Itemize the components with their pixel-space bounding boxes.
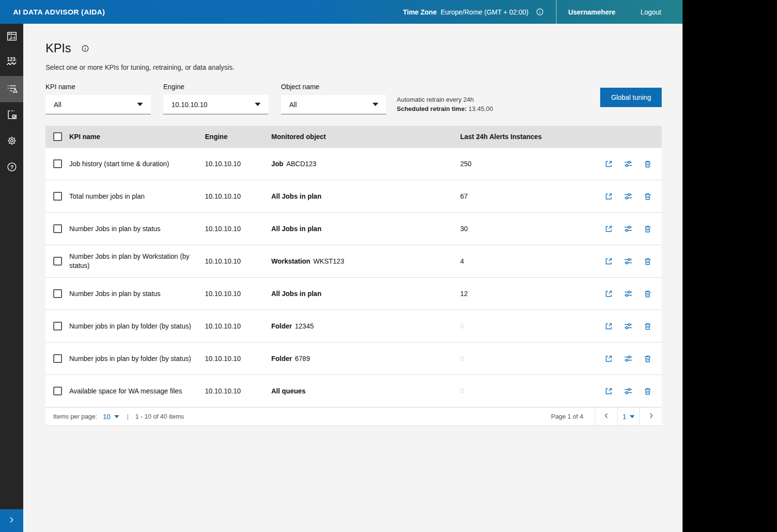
- page-number-select[interactable]: 1: [617, 407, 639, 426]
- global-tuning-button[interactable]: Global tuning: [600, 88, 662, 107]
- items-per-page-value: 10: [103, 413, 110, 421]
- chevron-left-icon: [603, 412, 610, 421]
- engine-cell: 10.10.10.10: [205, 290, 271, 297]
- column-header-engine: Engine: [205, 133, 271, 141]
- delete-trash-icon[interactable]: [644, 225, 652, 233]
- row-checkbox[interactable]: [53, 354, 62, 363]
- row-checkbox[interactable]: [53, 289, 62, 298]
- alerts-count-cell: 67: [460, 192, 606, 200]
- engine-cell: 10.10.10.10: [205, 322, 271, 330]
- table-row: Number Jobs in plan by status 10.10.10.1…: [46, 212, 662, 245]
- page-of-text: Page 1 of 4: [551, 413, 595, 420]
- chevron-right-icon: [7, 515, 16, 527]
- kpi-table: KPI name Engine Monitored object Last 24…: [46, 126, 662, 407]
- dashboard-icon: [6, 30, 18, 44]
- chevron-right-icon: [647, 412, 655, 421]
- table-row: Number Jobs in plan by status 10.10.10.1…: [46, 277, 662, 310]
- retrain-line1: Automatic retrain every 24h: [397, 95, 493, 104]
- sidebar-item-kpis[interactable]: [0, 76, 23, 102]
- delete-trash-icon[interactable]: [644, 322, 652, 330]
- open-in-new-icon[interactable]: [605, 387, 613, 395]
- app-window: AI DATA ADVISOR (AIDA) Time Zone Europe/…: [0, 0, 683, 532]
- engine-cell: 10.10.10.10: [205, 257, 271, 265]
- kpi-name-cell: Number Jobs in plan by Workstation (by s…: [69, 252, 205, 270]
- retrain-info: Automatic retrain every 24h Scheduled re…: [397, 83, 493, 113]
- filter-engine-value: 10.10.10.10: [171, 101, 207, 109]
- row-checkbox[interactable]: [53, 387, 62, 395]
- chevron-down-icon: [630, 415, 635, 418]
- row-checkbox[interactable]: [53, 159, 62, 168]
- next-page-button[interactable]: [639, 407, 662, 426]
- object-settings-icon: [6, 109, 18, 123]
- delete-trash-icon[interactable]: [644, 257, 652, 266]
- alerts-count-cell: 250: [460, 160, 606, 168]
- monitored-object-cell: Folder12345: [271, 322, 460, 330]
- gear-icon: [6, 135, 18, 149]
- sidebar-item-object-config[interactable]: [0, 102, 23, 128]
- filter-kpi-name-value: All: [54, 101, 62, 109]
- delete-trash-icon[interactable]: [644, 387, 652, 395]
- row-checkbox[interactable]: [53, 322, 62, 330]
- filter-object-name-select[interactable]: All: [281, 95, 386, 114]
- open-in-new-icon[interactable]: [605, 355, 613, 363]
- retrain-line2-value: 13.45.00: [468, 105, 493, 112]
- tuning-sliders-icon[interactable]: [624, 224, 633, 233]
- open-in-new-icon[interactable]: [605, 192, 613, 201]
- tuning-sliders-icon[interactable]: [624, 354, 633, 363]
- kpi-name-cell: Number jobs in plan by folder (by status…: [69, 322, 205, 331]
- kpi-name-cell: Number jobs in plan by folder (by status…: [69, 354, 205, 363]
- username[interactable]: Usernamehere: [557, 8, 640, 16]
- monitored-object-cell: WorkstationWKST123: [271, 257, 460, 265]
- page-title: KPIs: [46, 41, 71, 55]
- items-per-page-select[interactable]: 10: [103, 413, 119, 421]
- engine-cell: 10.10.10.10: [205, 192, 271, 200]
- sidebar-expand-button[interactable]: [0, 509, 23, 532]
- row-checkbox[interactable]: [53, 192, 62, 201]
- alerts-count-cell: 12: [460, 290, 606, 297]
- sidebar-item-settings[interactable]: [0, 128, 23, 155]
- delete-trash-icon[interactable]: [644, 290, 652, 298]
- open-in-new-icon[interactable]: [605, 290, 613, 298]
- row-checkbox[interactable]: [53, 257, 62, 266]
- tuning-sliders-icon[interactable]: [624, 257, 633, 266]
- timezone-value: Europe/Rome (GMT + 02:00): [440, 8, 528, 16]
- open-in-new-icon[interactable]: [605, 322, 613, 330]
- tuning-sliders-icon[interactable]: [624, 387, 633, 395]
- alerts-count-cell: 0: [460, 322, 606, 330]
- page-info-icon[interactable]: [81, 44, 90, 53]
- delete-trash-icon[interactable]: [644, 160, 652, 168]
- timezone-info-icon[interactable]: [535, 7, 544, 16]
- previous-page-button[interactable]: [595, 407, 617, 426]
- sidebar-item-dashboard[interactable]: [0, 24, 23, 50]
- tuning-sliders-icon[interactable]: [624, 192, 633, 201]
- tuning-sliders-icon[interactable]: [624, 159, 633, 168]
- open-in-new-icon[interactable]: [605, 257, 613, 266]
- filter-kpi-name-select[interactable]: All: [46, 95, 151, 114]
- tuning-sliders-icon[interactable]: [624, 322, 633, 330]
- filter-engine-select[interactable]: 10.10.10.10: [163, 95, 268, 114]
- alerts-count-cell: 4: [460, 257, 606, 265]
- logout-button[interactable]: Logout: [640, 8, 683, 16]
- current-page-value: 1: [622, 413, 626, 421]
- chevron-down-icon: [137, 103, 143, 106]
- kpi-name-cell: Total number jobs in plan: [69, 192, 205, 201]
- page-subtitle: Select one or more KPIs for tuning, retr…: [46, 63, 662, 71]
- open-in-new-icon[interactable]: [605, 160, 613, 168]
- table-row: Total number jobs in plan 10.10.10.10 Al…: [46, 180, 662, 212]
- delete-trash-icon[interactable]: [644, 192, 652, 201]
- select-all-checkbox[interactable]: [53, 132, 62, 141]
- sidebar-item-estimates[interactable]: 123: [0, 50, 23, 76]
- main-content: KPIs Select one or more KPIs for tuning,…: [23, 24, 683, 532]
- open-in-new-icon[interactable]: [605, 225, 613, 233]
- filter-engine-label: Engine: [163, 83, 268, 91]
- monitored-object-cell: Folder6789: [271, 355, 460, 362]
- table-row: Job history (start time & duration) 10.1…: [46, 147, 662, 180]
- kpi-name-cell: Job history (start time & duration): [69, 159, 205, 169]
- engine-cell: 10.10.10.10: [205, 225, 271, 233]
- tuning-sliders-icon[interactable]: [624, 289, 633, 298]
- column-header-alerts: Last 24h Alerts Instances: [460, 133, 606, 141]
- table-row: Number jobs in plan by folder (by status…: [46, 310, 662, 342]
- row-checkbox[interactable]: [53, 224, 62, 233]
- delete-trash-icon[interactable]: [644, 355, 652, 363]
- sidebar-item-help[interactable]: ?: [0, 155, 23, 181]
